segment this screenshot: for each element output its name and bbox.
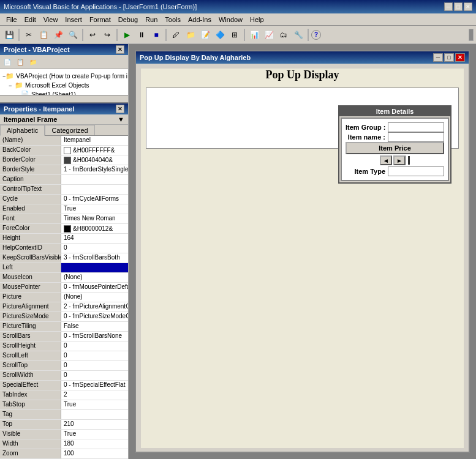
prop-row[interactable]: KeepScrollBarsVisible3 - fmScrollBarsBot… [0, 253, 128, 263]
menu-view[interactable]: View [40, 15, 62, 24]
menu-tools[interactable]: Tools [161, 15, 184, 24]
prop-row[interactable]: MousePointer0 - fmMousePointerDefault [0, 283, 128, 293]
prop-row[interactable]: Picture(None) [0, 293, 128, 302]
toolbar-run-btn[interactable]: ▶ [120, 28, 134, 42]
toolbar-save-btn[interactable]: 💾 [2, 28, 16, 42]
prop-name-cell: MouseIcon [0, 273, 61, 282]
menu-debug[interactable]: Debug [115, 15, 142, 24]
prop-row[interactable]: Tag [0, 410, 128, 420]
toolbar-props-btn[interactable]: 📝 [198, 28, 212, 42]
close-button[interactable]: ✕ [464, 2, 472, 11]
prop-row[interactable]: Zoom100 [0, 449, 128, 459]
prop-value-cell: (None) [61, 293, 128, 302]
menu-window[interactable]: Window [215, 15, 246, 24]
item-group-input[interactable] [388, 122, 444, 132]
project-panel-title: Project - VBAProject ✕ [0, 44, 128, 55]
toolbar-b4[interactable]: 🔧 [292, 28, 305, 42]
toolbar-find-btn[interactable]: 🔍 [66, 28, 80, 42]
nav-next-btn[interactable]: ► [393, 155, 406, 165]
toolbar-obj-btn[interactable]: 🔷 [213, 28, 227, 42]
tree-vbaproject[interactable]: − 📁 VBAProject (How to create Pop-up for… [2, 72, 126, 81]
item-price-button[interactable]: Item Price [346, 142, 444, 154]
toolbar-copy-btn[interactable]: 📋 [37, 28, 50, 42]
menu-file[interactable]: File [2, 15, 21, 24]
toolbar-b1[interactable]: 📊 [247, 28, 261, 42]
prop-row[interactable]: ForeColor&H80000012& [0, 224, 128, 234]
prop-row[interactable]: PictureTilingFalse [0, 322, 128, 332]
toolbar: 💾 ✂ 📋 📌 🔍 ↩ ↪ ▶ ⏸ ■ 🖊 📁 📝 🔷 ⊞ 📊 📈 🗂 🔧 ? [0, 26, 476, 44]
properties-close-btn[interactable]: ✕ [116, 105, 124, 113]
prop-row[interactable]: ScrollBars0 - fmScrollBarsNone [0, 332, 128, 341]
menu-insert[interactable]: Insert [61, 15, 86, 24]
menu-help[interactable]: Help [246, 15, 268, 24]
vba-title-bar: Pop Up Display By Dahy Algharieb ─ □ ✕ [136, 51, 469, 64]
vba-close-btn[interactable]: ✕ [455, 53, 465, 62]
item-type-input[interactable] [388, 166, 444, 176]
minimize-button[interactable]: ─ [444, 2, 453, 11]
prop-row[interactable]: Caption [0, 175, 128, 185]
proj-toggle-btn[interactable]: 📁 [27, 56, 39, 67]
menu-addins[interactable]: Add-Ins [184, 15, 215, 24]
prop-row[interactable]: TabStopTrue [0, 400, 128, 410]
prop-subtitle-arrow[interactable]: ▼ [118, 116, 124, 123]
nav-prev-btn[interactable]: ◄ [380, 155, 392, 165]
prop-name-cell: Tag [0, 410, 61, 419]
toolbar-stop-btn[interactable]: ■ [149, 28, 163, 42]
prop-row[interactable]: ScrollTop0 [0, 361, 128, 371]
prop-row[interactable]: Height164 [0, 234, 128, 244]
prop-row[interactable]: FontTimes New Roman [0, 214, 128, 224]
prop-row[interactable]: Width180 [0, 439, 128, 449]
tree-excel-objects[interactable]: − 📁 Microsoft Excel Objects [9, 81, 126, 90]
menu-format[interactable]: Format [86, 15, 115, 24]
toolbar-pause-btn[interactable]: ⏸ [135, 28, 148, 42]
prop-row[interactable]: EnabledTrue [0, 204, 128, 214]
toolbar-tab-btn[interactable]: ⊞ [228, 28, 241, 42]
maximize-button[interactable]: □ [454, 2, 463, 11]
expand-excel[interactable]: − [9, 83, 15, 89]
prop-name-cell: BackColor [0, 146, 61, 155]
prop-row[interactable]: BackColor&H00FFFFFF& [0, 146, 128, 155]
prop-row[interactable]: (Name)Itempanel [0, 136, 128, 146]
toolbar-explorer-btn[interactable]: 📁 [184, 28, 197, 42]
prop-value-cell: Itempanel [61, 136, 128, 145]
tree-sheet1[interactable]: + 📄 Sheet1 (Sheet1) [15, 90, 126, 95]
proj-view-code-btn[interactable]: 📄 [1, 56, 13, 67]
toolbar-b2[interactable]: 📈 [262, 28, 276, 42]
toolbar-redo-btn[interactable]: ↪ [100, 28, 114, 42]
prop-row[interactable]: HelpContextID0 [0, 244, 128, 253]
toolbar-paste-btn[interactable]: 📌 [51, 28, 65, 42]
project-scrollbar[interactable] [0, 95, 128, 102]
toolbar-design-btn[interactable]: 🖊 [169, 28, 183, 42]
prop-row[interactable]: PictureSizeMode0 - fmPictureSizeModeClip [0, 312, 128, 322]
prop-row[interactable]: Top210 [0, 420, 128, 430]
prop-row[interactable]: Cycle0 - fmCycleAllForms [0, 195, 128, 204]
tab-alphabetic[interactable]: Alphabetic [0, 125, 45, 136]
prop-row[interactable]: Left [0, 263, 128, 273]
prop-row[interactable]: SpecialEffect0 - fmSpecialEffectFlat [0, 381, 128, 390]
prop-row[interactable]: ScrollLeft0 [0, 351, 128, 361]
item-name-input[interactable] [388, 132, 444, 142]
prop-row[interactable]: BorderColor&H00404040& [0, 155, 128, 165]
toolbar-undo-btn[interactable]: ↩ [86, 28, 99, 42]
prop-row[interactable]: ScrollHeight0 [0, 341, 128, 351]
menu-edit[interactable]: Edit [21, 15, 40, 24]
menu-run[interactable]: Run [142, 15, 161, 24]
project-close-btn[interactable]: ✕ [116, 45, 124, 54]
prop-name-cell: Picture [0, 293, 61, 302]
prop-row[interactable]: ControlTipText [0, 185, 128, 195]
toolbar-help-btn[interactable]: ? [311, 30, 321, 40]
proj-view-obj-btn[interactable]: 📋 [14, 56, 26, 67]
toolbar-b3[interactable]: 🗂 [277, 28, 290, 42]
prop-row[interactable]: BorderStyle1 - fmBorderStyleSingle [0, 165, 128, 175]
prop-row[interactable]: TabIndex2 [0, 390, 128, 400]
tab-categorized[interactable]: Categorized [45, 125, 94, 135]
prop-row[interactable]: VisibleTrue [0, 430, 128, 439]
toolbar-cut-btn[interactable]: ✂ [22, 28, 36, 42]
toolbar-slider[interactable] [469, 29, 474, 41]
prop-row[interactable]: ScrollWidth0 [0, 371, 128, 381]
prop-row[interactable]: MouseIcon(None) [0, 273, 128, 283]
prop-row[interactable]: PictureAlignment2 - fmPictureAlignmentCe… [0, 302, 128, 312]
vba-maximize-btn[interactable]: □ [444, 53, 454, 62]
vba-minimize-btn[interactable]: ─ [433, 53, 443, 62]
prop-value-cell [61, 175, 128, 184]
